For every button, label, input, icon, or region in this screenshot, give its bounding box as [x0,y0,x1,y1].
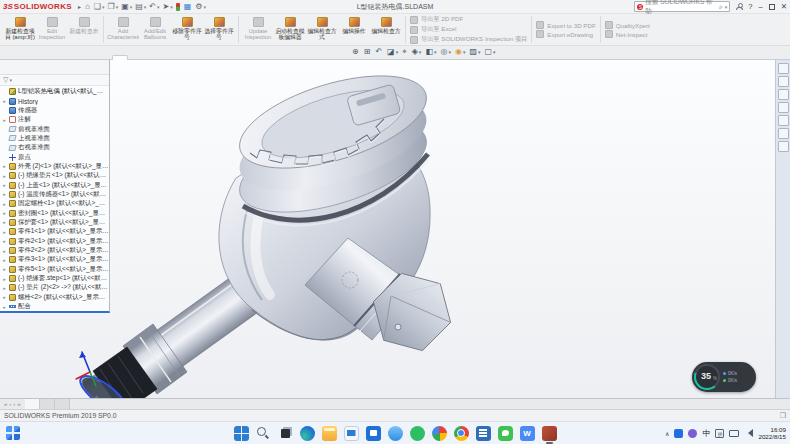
edit-inspection-method-button[interactable]: 编辑检查方式 [306,15,338,44]
export-3d-pdf-button[interactable]: Export to 3D PDF [536,21,596,29]
widgets-button[interactable] [6,426,20,440]
tree-item[interactable]: ▸ 零件3<1> (默认<<默认>_显示状态 [0,255,109,264]
export-excel-button[interactable]: 导出至 Excel [410,25,527,34]
start-button[interactable] [234,426,249,441]
sheet-nav-arrow[interactable]: › [13,401,15,407]
edit-inspection-button[interactable]: 编辑检查方 [370,15,402,44]
tree-item[interactable]: ▸ 螺栓<2> (默认<<默认>_显示状态 [0,293,109,302]
new-inspection-sheet-button[interactable]: 新建检查表 [68,15,100,44]
tree-filter[interactable]: ▽ ▾ [0,75,109,86]
tree-item[interactable]: L型铠装热电偶 (默认<默认_显示状态-1>) [0,87,109,96]
expander-arrow[interactable]: ▸ [2,173,7,179]
new-button[interactable]: ❏▾ [94,3,105,11]
solidworks-taskbar-icon[interactable] [542,426,557,441]
new-inspection-project-button[interactable]: 新建检查项目 (amp:对) [4,15,36,44]
restore-button[interactable] [769,4,775,10]
edge-icon[interactable] [300,426,315,441]
appearances-scenes-icon[interactable] [778,115,789,126]
custom-properties-icon[interactable] [778,128,789,139]
tree-item[interactable]: ▸ 保护套<1> (默认<<默认>_显示状 [0,218,109,227]
expander-arrow[interactable]: ▸ [2,238,7,244]
home-button[interactable]: ⌂ [85,3,91,11]
tree-item[interactable]: ▸ (-) 绝缘垫片<1> (默认<<默认>_显 [0,171,109,180]
edit-appearance-icon[interactable]: ◉▾ [455,47,466,57]
overlay-performance-widget[interactable]: 35 % 0K/s 0K/s [692,362,756,392]
measure-icon[interactable]: ⌖ [402,47,408,57]
tab-mbd[interactable] [80,55,96,59]
view-settings-icon[interactable]: ▢▾ [485,47,496,57]
add-edit-balloons-button[interactable]: Add/Edit Balloons [139,15,171,44]
store-icon[interactable] [366,426,381,441]
remove-balloons-button[interactable]: 移除零件序号 [171,15,203,44]
file-properties-button[interactable]: ▦ [184,3,193,11]
green-app-icon[interactable] [410,426,425,441]
export-edrawing-button[interactable]: Export eDrawing [536,30,596,38]
rebuild-button[interactable]: ▮ [176,3,181,11]
tray-purple-app-icon[interactable] [688,429,697,438]
sheet-nav-arrow[interactable]: » [17,401,20,407]
browser-pinwheel-icon[interactable] [432,426,447,441]
sheet-nav-arrow[interactable]: « [4,401,7,407]
undo-button[interactable]: ↶▾ [149,3,159,11]
file-explorer-panel-icon[interactable] [778,89,789,100]
reader-app-icon[interactable] [476,426,491,441]
export-2d-pdf-button[interactable]: 导出至 2D PDF [410,15,527,24]
tree-item[interactable]: ▸ 密封圈<1> (默认<<默认>_显示状 [0,208,109,217]
search-options-caret[interactable]: ▾ [725,4,728,10]
add-characteristic-button[interactable]: Add Characteristic [107,15,139,44]
tab-sketch[interactable] [32,55,48,59]
solidworks-resources-icon[interactable] [778,63,789,74]
tab-assembly[interactable] [0,55,16,59]
tab-layout[interactable] [16,55,32,59]
sheet-tab-model[interactable] [25,399,40,409]
expander-arrow[interactable]: ▸ [2,266,7,272]
search-button[interactable] [256,426,271,441]
ime-mode-icon[interactable]: 拼 [715,429,724,438]
select-balloons-button[interactable]: 选择零件序号 [203,15,235,44]
expander-arrow[interactable]: ▸ [2,117,7,123]
search-input[interactable]: S 搜索 SOLIDWORKS 帮助 ⌕ ▾ [634,1,730,12]
expander-arrow[interactable]: ▸ [2,248,7,254]
update-inspection-project-button[interactable]: Update Inspection Project [242,15,274,44]
tree-item[interactable]: ▸ (-) 温度传感器<1> (默认<<默认>_ [0,190,109,199]
display-tray-icon[interactable] [729,430,739,437]
tree-item[interactable]: ▸ 零件1<1> (默认<<默认>_显示状态 [0,227,109,236]
view-orientation-icon[interactable]: ◈▾ [412,47,422,57]
tree-item[interactable]: ▸ (-) 绝缘套.step<1> (默认<<默认> [0,274,109,283]
expander-arrow[interactable]: ▸ [2,285,7,291]
save-button[interactable]: ▣▾ [121,3,132,11]
sheet-nav-arrow[interactable]: ‹ [9,401,11,407]
expander-arrow[interactable]: ▸ [2,304,7,310]
tree-item[interactable]: ▸ (-) 垫片 (2)<2> ->? (默认<<默认> [0,283,109,292]
section-view-icon[interactable]: ◪▾ [387,47,398,57]
options-button[interactable]: ⚙▾ [195,3,206,11]
cloud-drive-icon[interactable] [388,426,403,441]
launch-template-editor-button[interactable]: 启动检查模板编辑器 [274,15,306,44]
login-user-icon[interactable] [736,3,742,10]
graphics-viewport[interactable] [0,60,775,398]
task-view-button[interactable] [278,426,293,441]
tree-item[interactable]: ▸ 零件2<1> (默认<<默认>_显示状态 [0,237,109,246]
chrome-icon[interactable] [454,426,469,441]
sheet-tab-3dviews[interactable] [40,399,55,409]
tree-item[interactable]: ▸ 固定螺栓<1> (默认<<默认>_显示状 [0,199,109,208]
tab-sw-cam[interactable] [96,55,112,59]
hide-show-items-icon[interactable]: ◎▾ [440,47,451,57]
edit-inspection-project-button[interactable]: Edit Inspection Project [36,15,68,44]
tree-item[interactable]: ▸ (-) 上盖<1> (默认<<默认>_显示状 [0,180,109,189]
expander-arrow[interactable]: ▸ [2,182,7,188]
tree-item[interactable]: 前视基准面 [0,124,109,133]
tab-evaluate[interactable] [48,55,64,59]
search-icon[interactable]: ⌕ [719,3,723,11]
tree-item[interactable]: 右视基准面 [0,143,109,152]
tree-item[interactable]: ▸ 注解 [0,115,109,124]
zoom-fit-icon[interactable]: ⊕ [352,47,360,57]
open-button[interactable]: ❐▾ [107,3,118,11]
tab-sw-addins[interactable] [64,55,80,59]
clock[interactable]: 16:09 2022/8/15 [758,426,786,440]
minimize-button[interactable]: – [759,2,763,12]
display-style-icon[interactable]: ◧▾ [425,47,436,57]
qualityxpert-button[interactable]: QualityXpert [605,21,650,29]
edit-operation-button[interactable]: 编辑操作 [338,15,370,44]
tree-item[interactable]: ▸ 零件5<1> (默认<<默认>_显示状态 [0,265,109,274]
